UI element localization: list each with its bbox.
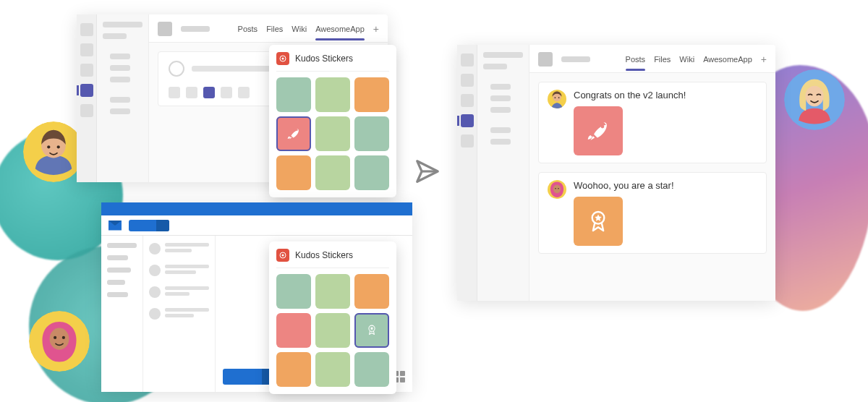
sticker-cell[interactable] bbox=[354, 155, 389, 190]
sticker-cell[interactable] bbox=[276, 274, 311, 309]
compose-tool[interactable] bbox=[221, 87, 232, 98]
sticker-panel-title: Kudos Stickers bbox=[295, 250, 353, 260]
svg-point-11 bbox=[282, 58, 284, 60]
sticker-cell[interactable] bbox=[315, 313, 350, 348]
teams-app-rail bbox=[77, 14, 97, 182]
rail-item-teams-icon[interactable] bbox=[80, 84, 93, 97]
rail-item[interactable] bbox=[461, 74, 474, 87]
svg-point-5 bbox=[50, 328, 69, 350]
channel-tab-bar: Posts Files Wiki AwesomeApp + bbox=[149, 14, 388, 43]
rail-item[interactable] bbox=[461, 54, 474, 67]
skel bbox=[490, 127, 511, 133]
avatar-woman-blonde bbox=[784, 69, 845, 130]
rail-item[interactable] bbox=[80, 104, 93, 117]
compose-tool[interactable] bbox=[238, 87, 250, 98]
skel bbox=[103, 22, 142, 27]
tab-wiki[interactable]: Wiki bbox=[679, 54, 694, 65]
outlook-window: Kudos Stickers bbox=[101, 202, 412, 392]
sticker-cell[interactable] bbox=[315, 155, 350, 190]
rail-item[interactable] bbox=[80, 64, 93, 77]
skel bbox=[110, 77, 130, 82]
skel bbox=[110, 97, 130, 103]
message-text: Woohoo, you are a star! bbox=[574, 180, 757, 191]
chat-message: Congrats on the v2 launch! bbox=[538, 82, 767, 163]
send-arrow-icon bbox=[414, 158, 441, 185]
tab-files[interactable]: Files bbox=[266, 23, 283, 35]
message-text: Congrats on the v2 launch! bbox=[574, 90, 757, 100]
tab-add[interactable]: + bbox=[761, 52, 767, 67]
sticker-cell[interactable] bbox=[315, 274, 350, 309]
sticker-cell[interactable] bbox=[354, 116, 389, 151]
skel bbox=[483, 52, 523, 58]
sticker-cell[interactable] bbox=[354, 352, 389, 387]
skel bbox=[103, 33, 127, 39]
mail-item[interactable] bbox=[149, 265, 209, 276]
avatar-man bbox=[23, 121, 84, 182]
rail-item[interactable] bbox=[461, 94, 474, 107]
skel bbox=[110, 108, 130, 114]
compose-tool-sticker[interactable] bbox=[203, 87, 215, 98]
sticker-cell[interactable] bbox=[315, 116, 350, 151]
rail-item[interactable] bbox=[80, 23, 93, 36]
rail-item[interactable] bbox=[461, 134, 474, 147]
rail-item[interactable] bbox=[80, 43, 93, 56]
tab-awesomeapp[interactable]: AwesomeApp bbox=[703, 54, 752, 65]
sticker-panel-outlook: Kudos Stickers bbox=[269, 241, 396, 394]
skel bbox=[110, 65, 130, 71]
svg-point-19 bbox=[601, 125, 605, 129]
sticker-cell[interactable] bbox=[315, 77, 350, 112]
sticker-cell[interactable] bbox=[354, 274, 389, 309]
svg-point-3 bbox=[57, 145, 60, 148]
channel-avatar bbox=[538, 52, 553, 67]
mail-item[interactable] bbox=[149, 286, 209, 298]
divider bbox=[276, 71, 389, 72]
skel bbox=[483, 64, 507, 69]
tab-awesomeapp[interactable]: AwesomeApp bbox=[315, 23, 365, 35]
sticker-cell[interactable] bbox=[315, 352, 350, 387]
rocket-sticker bbox=[574, 106, 623, 155]
badge-sticker bbox=[574, 197, 623, 246]
skel bbox=[490, 139, 511, 145]
svg-point-21 bbox=[555, 188, 556, 189]
channel-name-skel bbox=[561, 56, 590, 62]
sticker-panel-teams: Kudos Stickers bbox=[269, 45, 396, 197]
outlook-titlebar bbox=[101, 202, 412, 215]
skel bbox=[490, 95, 511, 101]
compose-tool[interactable] bbox=[169, 87, 180, 98]
send-split-button[interactable] bbox=[223, 369, 276, 385]
mail-list bbox=[143, 236, 216, 392]
tab-posts[interactable]: Posts bbox=[626, 54, 646, 65]
svg-point-7 bbox=[62, 336, 65, 339]
sticker-cell[interactable] bbox=[276, 155, 311, 190]
folder-pane bbox=[101, 236, 143, 392]
svg-point-17 bbox=[555, 97, 556, 98]
mail-item[interactable] bbox=[149, 243, 209, 255]
mail-item[interactable] bbox=[149, 308, 209, 320]
compose-tool[interactable] bbox=[186, 87, 197, 98]
tab-posts[interactable]: Posts bbox=[238, 23, 258, 35]
tab-wiki[interactable]: Wiki bbox=[292, 23, 307, 35]
sticker-cell[interactable] bbox=[354, 313, 389, 348]
outlook-toolbar bbox=[101, 215, 412, 236]
kudos-app-icon bbox=[276, 52, 289, 65]
compose-avatar-placeholder bbox=[169, 61, 184, 77]
sticker-cell[interactable] bbox=[276, 116, 311, 151]
sticker-cell[interactable] bbox=[276, 352, 311, 387]
sticker-cell[interactable] bbox=[276, 77, 311, 112]
message-avatar-man bbox=[548, 90, 566, 108]
tab-files[interactable]: Files bbox=[654, 54, 671, 65]
svg-point-2 bbox=[47, 145, 50, 148]
teams-app-rail bbox=[457, 45, 477, 301]
kudos-app-icon bbox=[276, 249, 289, 262]
rail-item-teams-icon[interactable] bbox=[461, 114, 474, 127]
skel bbox=[490, 107, 511, 113]
tab-add[interactable]: + bbox=[373, 22, 379, 36]
sticker-cell[interactable] bbox=[276, 313, 311, 348]
channel-avatar bbox=[158, 22, 172, 36]
new-mail-button[interactable] bbox=[129, 220, 169, 231]
svg-point-14 bbox=[282, 255, 284, 257]
channel-tab-bar: Posts Files Wiki AwesomeApp + bbox=[529, 45, 775, 73]
mail-icon bbox=[109, 221, 122, 231]
skel bbox=[110, 54, 130, 59]
sticker-cell[interactable] bbox=[354, 77, 389, 112]
